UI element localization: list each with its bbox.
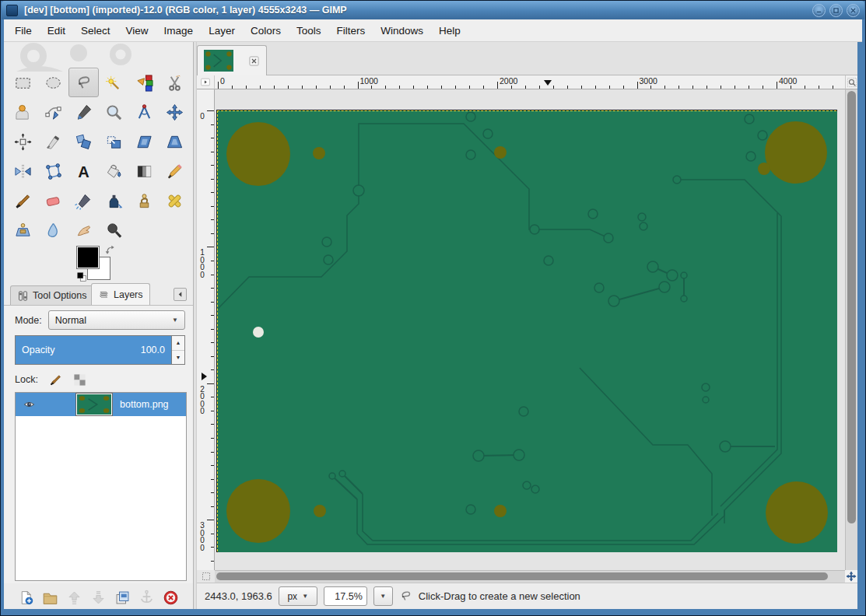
ink-tool-button[interactable] xyxy=(99,186,129,215)
delete-layer-button[interactable] xyxy=(161,588,181,607)
layer-row[interactable]: bottom.png xyxy=(16,393,186,416)
zoom-input[interactable]: 17.5% xyxy=(324,586,367,606)
rectangle-select-tool-button[interactable] xyxy=(8,68,38,97)
minimize-button[interactable] xyxy=(812,4,826,17)
vertical-ruler[interactable]: 01 0 0 02 0 0 03 0 0 0 xyxy=(197,89,215,570)
close-button[interactable] xyxy=(847,4,860,17)
perspective-icon xyxy=(166,133,184,151)
foreground-color-swatch[interactable] xyxy=(76,246,100,269)
ellipse-select-tool-button[interactable] xyxy=(38,68,68,97)
eraser-tool-button[interactable] xyxy=(38,186,68,215)
layer-mode-value: Normal xyxy=(55,315,86,326)
tab-label: Layers xyxy=(114,289,143,300)
menu-tools[interactable]: Tools xyxy=(289,22,329,40)
measure-tool-button[interactable] xyxy=(129,97,160,127)
menu-colors[interactable]: Colors xyxy=(243,22,289,40)
horizontal-ruler[interactable]: 01000200030004000 xyxy=(215,75,845,89)
swap-colors-icon[interactable] xyxy=(104,244,117,257)
dock-menu-icon xyxy=(176,290,184,299)
menu-filters[interactable]: Filters xyxy=(328,22,373,40)
menu-select[interactable]: Select xyxy=(73,22,118,40)
spin-up-icon[interactable]: ▲ xyxy=(172,336,184,351)
ellipse-select-icon xyxy=(44,74,62,92)
shear-tool-button[interactable] xyxy=(129,127,160,156)
pencil-tool-button[interactable] xyxy=(160,156,190,186)
spin-down-icon[interactable]: ▼ xyxy=(172,351,184,365)
free-select-tool-button[interactable] xyxy=(68,68,99,97)
blur-sharpen-tool-button[interactable] xyxy=(38,215,68,245)
smudge-tool-button[interactable] xyxy=(68,215,99,245)
ruler-corner-button[interactable] xyxy=(197,75,215,89)
horizontal-scroll-thumb[interactable] xyxy=(216,572,828,580)
dodge-burn-tool-button[interactable] xyxy=(99,215,129,245)
menu-layer[interactable]: Layer xyxy=(201,22,243,40)
tab-layers[interactable]: Layers xyxy=(91,283,150,305)
menu-view[interactable]: View xyxy=(118,22,156,40)
rotate-tool-button[interactable] xyxy=(68,127,99,156)
zoom-tool-button[interactable] xyxy=(99,97,129,127)
clone-tool-button[interactable] xyxy=(129,186,160,215)
vertical-scrollbar[interactable] xyxy=(845,89,857,570)
menu-help[interactable]: Help xyxy=(431,22,468,40)
cage-transform-tool-button[interactable] xyxy=(38,156,68,186)
scale-tool-button[interactable] xyxy=(99,127,129,156)
navigation-button[interactable] xyxy=(845,570,857,583)
raise-layer-button xyxy=(65,588,84,607)
pcb-image[interactable] xyxy=(217,110,836,551)
text-tool-button[interactable]: A xyxy=(68,156,99,186)
menu-file[interactable]: File xyxy=(7,22,40,40)
image-tab[interactable] xyxy=(197,45,267,75)
vertical-scroll-thumb[interactable] xyxy=(847,91,856,523)
opacity-spinner[interactable]: ▲ ▼ xyxy=(171,336,184,364)
canvas-viewport[interactable] xyxy=(215,89,845,570)
text-icon: A xyxy=(75,163,93,180)
lock-pixels-icon[interactable] xyxy=(49,373,62,387)
unit-select[interactable]: px ▼ xyxy=(279,586,317,606)
dock-menu-button[interactable] xyxy=(174,288,187,301)
duplicate-layer-button[interactable] xyxy=(113,588,132,607)
layer-name[interactable]: bottom.png xyxy=(120,399,169,410)
paintbrush-tool-button[interactable] xyxy=(8,186,38,215)
visibility-eye-icon[interactable] xyxy=(22,399,37,410)
ruler-label: 1000 xyxy=(360,76,378,86)
default-colors-icon[interactable] xyxy=(76,271,87,282)
menu-image[interactable]: Image xyxy=(156,22,202,40)
menu-windows[interactable]: Windows xyxy=(373,22,431,40)
scissors-select-tool-button[interactable] xyxy=(160,68,190,97)
heal-tool-button[interactable] xyxy=(160,186,190,215)
opacity-slider[interactable]: Opacity 100.0 ▲ ▼ xyxy=(15,335,185,365)
zoom-follow-button[interactable] xyxy=(845,75,857,89)
pencil-icon xyxy=(166,163,184,180)
foreground-select-tool-button[interactable] xyxy=(8,97,38,127)
perspective-clone-tool-button[interactable] xyxy=(8,215,38,245)
maximize-button[interactable] xyxy=(829,4,843,17)
titlebar[interactable]: [dev] [bottom] (imported)-12.0 (RGB colo… xyxy=(2,1,864,19)
crop-tool-button[interactable] xyxy=(38,127,68,156)
close-icon[interactable] xyxy=(248,55,260,67)
measure-icon xyxy=(135,103,153,121)
zoom-dropdown-button[interactable]: ▼ xyxy=(373,586,393,606)
new-group-button[interactable] xyxy=(40,588,60,607)
gradient-tool-button[interactable] xyxy=(129,156,160,186)
horizontal-scrollbar[interactable] xyxy=(215,570,845,583)
tab-tool-options[interactable]: Tool Options xyxy=(10,285,93,305)
lower-layer-icon xyxy=(90,590,107,606)
lock-alpha-icon[interactable] xyxy=(73,373,86,387)
bucket-fill-tool-button[interactable] xyxy=(99,156,129,186)
alignment-tool-button[interactable] xyxy=(8,127,38,156)
menu-edit[interactable]: Edit xyxy=(40,22,73,40)
layer-buttons-bar xyxy=(10,585,187,609)
flip-tool-button[interactable] xyxy=(8,156,38,186)
move-tool-button[interactable] xyxy=(160,97,190,127)
layer-mode-select[interactable]: Normal ▼ xyxy=(48,310,185,330)
new-layer-button[interactable] xyxy=(16,588,36,607)
quickmask-toggle[interactable] xyxy=(197,570,215,583)
opacity-label: Opacity xyxy=(22,345,54,355)
fuzzy-select-tool-button[interactable] xyxy=(99,68,129,97)
select-by-color-tool-button[interactable] xyxy=(129,68,160,97)
paths-tool-button[interactable] xyxy=(38,97,68,127)
perspective-tool-button[interactable] xyxy=(160,127,190,156)
airbrush-tool-button[interactable] xyxy=(68,186,99,215)
ruler-position-marker xyxy=(544,80,552,86)
color-picker-tool-button[interactable] xyxy=(68,97,99,127)
